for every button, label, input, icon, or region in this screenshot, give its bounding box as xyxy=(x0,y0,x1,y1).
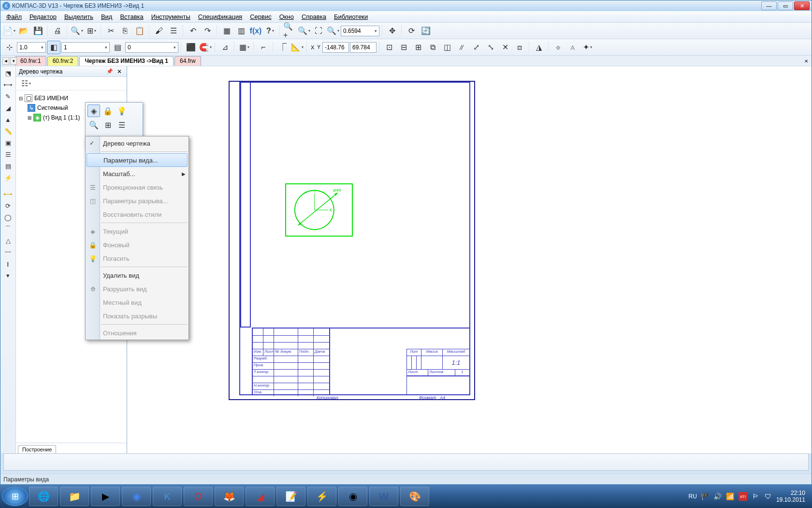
libs-button[interactable]: ⊞ xyxy=(85,24,98,38)
ctx-show-breaks[interactable]: Показать разрывы xyxy=(86,309,188,323)
tree-pin-button[interactable]: 📌 xyxy=(104,68,115,75)
ortho-button[interactable]: ⊿ xyxy=(218,41,232,54)
palette-6-icon[interactable]: ☰ xyxy=(116,119,128,131)
menu-spec[interactable]: Спецификация xyxy=(194,12,246,22)
menu-libs[interactable]: Библиотеки xyxy=(330,12,372,22)
task-opera[interactable]: O xyxy=(184,487,213,506)
menu-help[interactable]: Справка xyxy=(298,12,330,22)
edit-9-icon[interactable]: ✕ xyxy=(498,41,512,54)
doc-tab-4[interactable]: 64.frw xyxy=(174,56,201,66)
task-explorer[interactable]: 📁 xyxy=(60,487,89,506)
copy-button[interactable]: ⎘ xyxy=(118,24,132,38)
tray-network-icon[interactable]: 📶 xyxy=(726,492,735,501)
ctx-local-view[interactable]: Местный вид xyxy=(86,296,188,309)
task-chrome[interactable]: ◉ xyxy=(122,487,151,506)
ctx-view-params[interactable]: Параметры вида... xyxy=(87,153,188,167)
zoom-window-button[interactable]: 🔍 xyxy=(297,24,311,38)
edit-1-icon[interactable]: ⊡ xyxy=(382,41,396,54)
task-app-2[interactable]: 📝 xyxy=(276,487,305,506)
layer-combo[interactable]: 1 xyxy=(61,42,110,53)
help-context-button[interactable]: ? xyxy=(263,24,277,38)
ctx-relations[interactable]: Отношения xyxy=(86,326,188,340)
param-icon[interactable]: ▲ xyxy=(2,115,14,124)
tree-close-button[interactable]: ✕ xyxy=(115,68,124,75)
ctx-scale[interactable]: Масштаб...▶ xyxy=(86,167,188,180)
undo-button[interactable]: ↶ xyxy=(186,24,200,38)
zoom-fit-button[interactable]: ⛶ xyxy=(312,24,325,38)
select-icon[interactable]: ▣ xyxy=(2,138,14,148)
report-icon[interactable]: ▤ xyxy=(2,161,14,171)
tool-1-icon[interactable]: ⟷ xyxy=(2,189,14,199)
ctx-destroy-view[interactable]: ⟰Разрушить вид xyxy=(86,282,188,296)
edit-icon[interactable]: ◢ xyxy=(2,103,14,113)
coord-y-input[interactable] xyxy=(350,42,377,53)
tool-3-icon[interactable]: ◯ xyxy=(2,212,14,222)
selected-circle-view[interactable]: ⌀40 Y X xyxy=(285,183,353,237)
task-word[interactable]: W xyxy=(369,487,398,506)
doc-tab-3-active[interactable]: Чертеж БЕЗ ИМЕНИ3 ->Вид 1 xyxy=(79,56,174,66)
pan-button[interactable]: ✥ xyxy=(385,24,399,38)
menu-view[interactable]: Вид xyxy=(97,12,116,22)
palette-lock-icon[interactable]: 🔒 xyxy=(102,105,114,117)
task-app-3[interactable]: ⚡ xyxy=(307,487,336,506)
lcs-button[interactable]: ⌐ xyxy=(257,41,270,54)
step-icon[interactable]: ⊹ xyxy=(2,41,16,54)
tool-5-icon[interactable]: △ xyxy=(2,236,14,245)
edit-12-icon[interactable]: ⟐ xyxy=(551,41,565,54)
palette-zoom-icon[interactable]: 🔍 xyxy=(87,119,100,131)
edit-13-icon[interactable]: ⟑ xyxy=(566,41,580,54)
measure-icon[interactable]: 📏 xyxy=(2,126,14,136)
snap-button[interactable]: 🧲 xyxy=(199,41,212,54)
save-button[interactable]: 💾 xyxy=(31,24,45,38)
task-media[interactable]: ▶ xyxy=(91,487,120,506)
geom-icon[interactable]: ⬔ xyxy=(2,68,14,78)
ctx-tree-drawing[interactable]: ✓Дерево чертежа xyxy=(86,136,188,150)
more-icon[interactable]: ▾ xyxy=(2,270,14,280)
views-icon[interactable]: ⚡ xyxy=(2,173,14,182)
param-button[interactable]: 📐 xyxy=(290,41,304,54)
variables-button[interactable]: ▥ xyxy=(234,24,248,38)
lang-indicator[interactable]: RU xyxy=(689,493,697,500)
task-ie[interactable]: 🌐 xyxy=(29,487,58,506)
zoom-prev-button[interactable]: 🔍 xyxy=(326,24,340,38)
ctx-break-params[interactable]: ◫Параметры разрыва... xyxy=(86,194,188,208)
tray-flag-icon[interactable]: 🏴 xyxy=(701,492,710,501)
edit-7-icon[interactable]: ⤢ xyxy=(469,41,483,54)
edit-10-icon[interactable]: ⧈ xyxy=(513,41,526,54)
ctx-restore-styles[interactable]: Восстановить стили xyxy=(86,208,188,221)
edit-8-icon[interactable]: ⤡ xyxy=(484,41,497,54)
property-bar[interactable] xyxy=(3,453,809,471)
tabs-close-button[interactable]: ✕ xyxy=(803,58,810,64)
edit-3-icon[interactable]: ⊞ xyxy=(411,41,425,54)
ctx-background[interactable]: 🔒Фоновый xyxy=(86,238,188,252)
dim-icon[interactable]: ⟷ xyxy=(2,80,14,90)
zoom-in-button[interactable]: 🔍+ xyxy=(283,24,296,38)
tray-shield-icon[interactable]: 🛡 xyxy=(764,492,772,501)
maximize-button[interactable]: ▭ xyxy=(778,1,793,10)
open-button[interactable]: 📂 xyxy=(17,24,30,38)
edit-11-icon[interactable]: ◮ xyxy=(532,41,546,54)
rebuild-button[interactable]: ⟳ xyxy=(405,24,418,38)
ctx-delete-view[interactable]: Удалить вид xyxy=(86,269,188,282)
tool-2-icon[interactable]: ⟳ xyxy=(2,201,14,210)
tree-tab-build[interactable]: Построение xyxy=(18,445,56,453)
task-kompas[interactable]: K xyxy=(153,487,182,506)
tool-6-icon[interactable]: 〰 xyxy=(2,247,14,257)
tray-action-icon[interactable]: 🏳 xyxy=(751,492,760,501)
edit-6-icon[interactable]: ⫽ xyxy=(455,41,468,54)
layer-mgr-icon[interactable]: ▤ xyxy=(111,41,124,54)
tree-root[interactable]: ⊟ ▢ БЕЗ ИМЕНИ xyxy=(19,93,124,103)
state-icon[interactable]: ◧ xyxy=(47,41,60,54)
palette-bulb-icon[interactable]: 💡 xyxy=(116,105,128,117)
edit-4-icon[interactable]: ⧉ xyxy=(426,41,439,54)
manager-button[interactable]: ▦ xyxy=(220,24,233,38)
print-button[interactable]: 🖨 xyxy=(51,24,64,38)
tool-4-icon[interactable]: ⌒ xyxy=(2,224,14,234)
minimize-button[interactable]: — xyxy=(761,1,777,10)
ctx-current[interactable]: ◈Текущий xyxy=(86,224,188,238)
menu-service[interactable]: Сервис xyxy=(246,12,276,22)
cut-button[interactable]: ✂ xyxy=(104,24,117,38)
refresh-button[interactable]: 🔄 xyxy=(419,24,433,38)
tray-ati-icon[interactable]: ATI xyxy=(739,492,747,501)
edit-14-icon[interactable]: ✦ xyxy=(580,41,594,54)
